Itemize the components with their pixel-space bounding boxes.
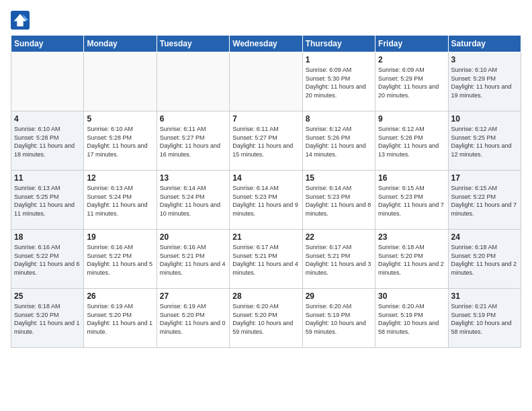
calendar-cell: 21Sunrise: 6:17 AMSunset: 5:21 PMDayligh… [230,230,302,289]
day-number: 15 [306,173,372,183]
day-number: 24 [451,232,518,242]
day-info: Sunrise: 6:10 AMSunset: 5:28 PMDaylight:… [14,125,81,158]
day-info: Sunrise: 6:15 AMSunset: 5:23 PMDaylight:… [378,184,445,218]
weekday-header: Friday [375,36,448,52]
day-info: Sunrise: 6:18 AMSunset: 5:20 PMDaylight:… [451,243,518,277]
calendar-cell: 7Sunrise: 6:11 AMSunset: 5:27 PMDaylight… [230,111,302,171]
calendar-cell [84,52,157,111]
weekday-header: Tuesday [157,36,229,52]
day-number: 20 [160,232,226,242]
calendar-cell: 20Sunrise: 6:16 AMSunset: 5:21 PMDayligh… [157,230,229,289]
calendar-cell: 31Sunrise: 6:21 AMSunset: 5:19 PMDayligh… [448,289,521,348]
calendar-row: 18Sunrise: 6:16 AMSunset: 5:22 PMDayligh… [11,230,521,289]
weekday-header: Sunday [11,36,84,52]
day-info: Sunrise: 6:12 AMSunset: 5:26 PMDaylight:… [306,125,372,158]
day-info: Sunrise: 6:20 AMSunset: 5:19 PMDaylight:… [378,302,445,336]
calendar-cell: 13Sunrise: 6:14 AMSunset: 5:24 PMDayligh… [157,171,229,230]
day-info: Sunrise: 6:09 AMSunset: 5:29 PMDaylight:… [378,66,445,99]
day-info: Sunrise: 6:14 AMSunset: 5:24 PMDaylight:… [160,184,226,218]
day-number: 22 [306,232,372,242]
day-info: Sunrise: 6:21 AMSunset: 5:19 PMDaylight:… [451,302,518,336]
day-info: Sunrise: 6:18 AMSunset: 5:20 PMDaylight:… [378,243,445,277]
calendar-cell: 2Sunrise: 6:09 AMSunset: 5:29 PMDaylight… [375,52,448,111]
calendar-cell: 3Sunrise: 6:10 AMSunset: 5:29 PMDaylight… [448,52,521,111]
day-number: 27 [160,291,226,301]
calendar-cell: 17Sunrise: 6:15 AMSunset: 5:22 PMDayligh… [448,171,521,230]
calendar-cell: 22Sunrise: 6:17 AMSunset: 5:21 PMDayligh… [302,230,375,289]
day-number: 3 [451,55,518,64]
day-number: 12 [87,173,153,183]
day-info: Sunrise: 6:17 AMSunset: 5:21 PMDaylight:… [232,243,299,277]
day-number: 26 [87,291,153,301]
calendar-cell: 23Sunrise: 6:18 AMSunset: 5:20 PMDayligh… [375,230,448,289]
day-number: 17 [451,173,518,183]
logo [11,11,34,30]
day-info: Sunrise: 6:10 AMSunset: 5:28 PMDaylight:… [87,125,153,158]
calendar-cell: 29Sunrise: 6:20 AMSunset: 5:19 PMDayligh… [302,289,375,348]
day-number: 9 [378,114,445,124]
day-info: Sunrise: 6:12 AMSunset: 5:26 PMDaylight:… [378,125,445,158]
day-info: Sunrise: 6:16 AMSunset: 5:21 PMDaylight:… [160,243,226,277]
calendar-cell: 19Sunrise: 6:16 AMSunset: 5:22 PMDayligh… [84,230,157,289]
day-number: 6 [160,114,226,124]
day-info: Sunrise: 6:09 AMSunset: 5:30 PMDaylight:… [306,66,372,99]
day-number: 10 [451,114,518,124]
day-number: 8 [306,114,372,124]
day-number: 2 [378,55,445,64]
day-number: 21 [232,232,299,242]
calendar-cell: 15Sunrise: 6:14 AMSunset: 5:23 PMDayligh… [302,171,375,230]
day-number: 31 [451,291,518,301]
day-number: 5 [87,114,153,124]
page-header [11,11,521,30]
day-info: Sunrise: 6:13 AMSunset: 5:25 PMDaylight:… [14,184,81,218]
calendar-cell: 1Sunrise: 6:09 AMSunset: 5:30 PMDaylight… [302,52,375,111]
calendar-cell: 24Sunrise: 6:18 AMSunset: 5:20 PMDayligh… [448,230,521,289]
weekday-header: Thursday [302,36,375,52]
calendar-cell [11,52,84,111]
calendar-cell: 12Sunrise: 6:13 AMSunset: 5:24 PMDayligh… [84,171,157,230]
day-number: 25 [14,291,81,301]
day-number: 23 [378,232,445,242]
calendar-cell: 8Sunrise: 6:12 AMSunset: 5:26 PMDaylight… [302,111,375,171]
day-info: Sunrise: 6:14 AMSunset: 5:23 PMDaylight:… [232,184,299,218]
day-info: Sunrise: 6:20 AMSunset: 5:20 PMDaylight:… [232,302,299,336]
day-number: 16 [378,173,445,183]
weekday-header: Wednesday [230,36,302,52]
day-info: Sunrise: 6:16 AMSunset: 5:22 PMDaylight:… [87,243,153,277]
calendar-row: 25Sunrise: 6:18 AMSunset: 5:20 PMDayligh… [11,289,521,348]
day-info: Sunrise: 6:15 AMSunset: 5:22 PMDaylight:… [451,184,518,218]
weekday-header: Saturday [448,36,521,52]
day-number: 28 [232,291,299,301]
day-number: 7 [232,114,299,124]
calendar-cell [157,52,229,111]
day-info: Sunrise: 6:11 AMSunset: 5:27 PMDaylight:… [232,125,299,158]
day-number: 18 [14,232,81,242]
calendar-cell: 30Sunrise: 6:20 AMSunset: 5:19 PMDayligh… [375,289,448,348]
calendar-cell: 18Sunrise: 6:16 AMSunset: 5:22 PMDayligh… [11,230,84,289]
weekday-header: Monday [84,36,157,52]
calendar-cell: 5Sunrise: 6:10 AMSunset: 5:28 PMDaylight… [84,111,157,171]
day-number: 30 [378,291,445,301]
day-number: 11 [14,173,81,183]
day-info: Sunrise: 6:16 AMSunset: 5:22 PMDaylight:… [14,243,81,277]
day-info: Sunrise: 6:18 AMSunset: 5:20 PMDaylight:… [14,302,81,336]
calendar-cell: 26Sunrise: 6:19 AMSunset: 5:20 PMDayligh… [84,289,157,348]
calendar-cell: 27Sunrise: 6:19 AMSunset: 5:20 PMDayligh… [157,289,229,348]
calendar-header-row: SundayMondayTuesdayWednesdayThursdayFrid… [11,36,521,52]
day-info: Sunrise: 6:17 AMSunset: 5:21 PMDaylight:… [306,243,372,277]
calendar-cell: 11Sunrise: 6:13 AMSunset: 5:25 PMDayligh… [11,171,84,230]
calendar-table: SundayMondayTuesdayWednesdayThursdayFrid… [11,35,521,348]
calendar-row: 11Sunrise: 6:13 AMSunset: 5:25 PMDayligh… [11,171,521,230]
day-info: Sunrise: 6:11 AMSunset: 5:27 PMDaylight:… [160,125,226,158]
logo-icon [11,11,30,30]
day-number: 4 [14,114,81,124]
calendar-row: 4Sunrise: 6:10 AMSunset: 5:28 PMDaylight… [11,111,521,171]
day-info: Sunrise: 6:12 AMSunset: 5:25 PMDaylight:… [451,125,518,158]
calendar-row: 1Sunrise: 6:09 AMSunset: 5:30 PMDaylight… [11,52,521,111]
calendar-cell: 10Sunrise: 6:12 AMSunset: 5:25 PMDayligh… [448,111,521,171]
calendar-cell: 28Sunrise: 6:20 AMSunset: 5:20 PMDayligh… [230,289,302,348]
calendar-cell: 6Sunrise: 6:11 AMSunset: 5:27 PMDaylight… [157,111,229,171]
day-info: Sunrise: 6:10 AMSunset: 5:29 PMDaylight:… [451,66,518,99]
day-number: 13 [160,173,226,183]
day-number: 19 [87,232,153,242]
